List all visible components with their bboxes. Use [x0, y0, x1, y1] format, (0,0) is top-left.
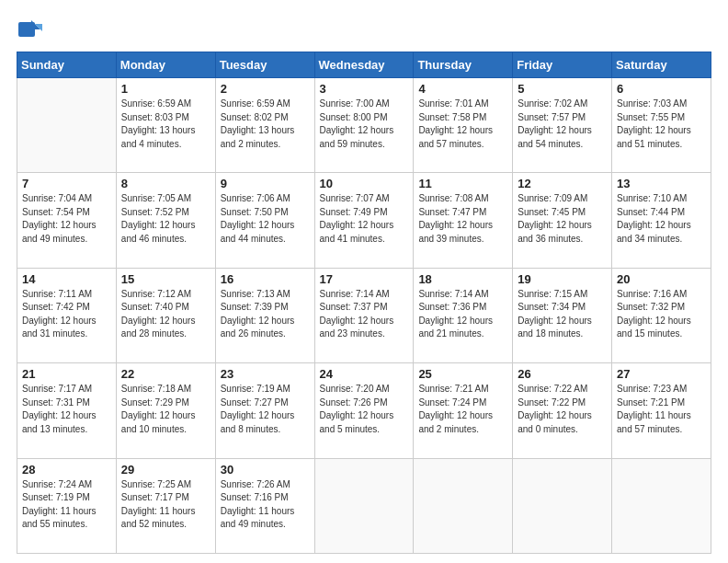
weekday-header-sunday: Sunday: [17, 52, 117, 78]
day-number: 1: [121, 82, 210, 96]
day-info: Sunrise: 7:01 AMSunset: 7:58 PMDaylight:…: [418, 98, 507, 151]
day-info: Sunrise: 7:14 AMSunset: 7:37 PMDaylight:…: [320, 288, 409, 341]
day-info: Sunrise: 7:24 AMSunset: 7:19 PMDaylight:…: [22, 478, 111, 532]
calendar-cell: 23Sunrise: 7:19 AMSunset: 7:27 PMDayligh…: [215, 363, 314, 458]
day-number: 24: [320, 367, 409, 381]
day-info: Sunrise: 7:20 AMSunset: 7:26 PMDaylight:…: [320, 383, 409, 436]
day-number: 23: [221, 367, 310, 381]
logo-icon: [17, 17, 42, 42]
calendar-cell: 9Sunrise: 7:06 AMSunset: 7:50 PMDaylight…: [215, 173, 314, 268]
day-info: Sunrise: 7:17 AMSunset: 7:31 PMDaylight:…: [22, 383, 111, 436]
calendar-cell: [17, 78, 117, 173]
calendar-cell: 26Sunrise: 7:22 AMSunset: 7:22 PMDayligh…: [513, 363, 612, 458]
day-number: 8: [121, 177, 210, 190]
calendar-cell: 25Sunrise: 7:21 AMSunset: 7:24 PMDayligh…: [414, 363, 513, 458]
page-header: [17, 17, 711, 42]
day-info: Sunrise: 7:00 AMSunset: 8:00 PMDaylight:…: [320, 98, 409, 151]
day-number: 27: [617, 367, 706, 381]
day-info: Sunrise: 7:03 AMSunset: 7:55 PMDaylight:…: [617, 98, 706, 151]
calendar-cell: 22Sunrise: 7:18 AMSunset: 7:29 PMDayligh…: [116, 363, 215, 458]
logo: [17, 17, 46, 42]
calendar-cell: 18Sunrise: 7:14 AMSunset: 7:36 PMDayligh…: [414, 268, 513, 362]
calendar: SundayMondayTuesdayWednesdayThursdayFrid…: [17, 52, 711, 554]
day-info: Sunrise: 6:59 AMSunset: 8:03 PMDaylight:…: [121, 98, 210, 151]
day-info: Sunrise: 7:18 AMSunset: 7:29 PMDaylight:…: [121, 383, 210, 436]
weekday-header-friday: Friday: [513, 52, 612, 78]
day-number: 15: [121, 272, 210, 286]
day-info: Sunrise: 7:13 AMSunset: 7:39 PMDaylight:…: [221, 288, 310, 341]
day-info: Sunrise: 7:12 AMSunset: 7:40 PMDaylight:…: [121, 288, 210, 341]
day-number: 11: [418, 177, 507, 190]
day-number: 17: [320, 272, 409, 286]
day-info: Sunrise: 7:07 AMSunset: 7:49 PMDaylight:…: [320, 192, 409, 246]
calendar-week-row: 1Sunrise: 6:59 AMSunset: 8:03 PMDaylight…: [17, 78, 711, 173]
calendar-cell: [414, 458, 513, 553]
calendar-cell: 1Sunrise: 6:59 AMSunset: 8:03 PMDaylight…: [116, 78, 215, 173]
weekday-header-wednesday: Wednesday: [314, 52, 414, 78]
day-number: 16: [221, 272, 310, 286]
calendar-cell: 20Sunrise: 7:16 AMSunset: 7:32 PMDayligh…: [612, 268, 711, 362]
calendar-cell: 21Sunrise: 7:17 AMSunset: 7:31 PMDayligh…: [17, 363, 117, 458]
calendar-cell: 17Sunrise: 7:14 AMSunset: 7:37 PMDayligh…: [314, 268, 414, 362]
calendar-cell: 27Sunrise: 7:23 AMSunset: 7:21 PMDayligh…: [612, 363, 711, 458]
weekday-header-tuesday: Tuesday: [215, 52, 314, 78]
day-info: Sunrise: 7:05 AMSunset: 7:52 PMDaylight:…: [121, 192, 210, 246]
calendar-week-row: 21Sunrise: 7:17 AMSunset: 7:31 PMDayligh…: [17, 363, 711, 458]
calendar-cell: [513, 458, 612, 553]
day-number: 5: [518, 82, 607, 96]
day-info: Sunrise: 7:21 AMSunset: 7:24 PMDaylight:…: [418, 383, 507, 436]
calendar-cell: 2Sunrise: 6:59 AMSunset: 8:02 PMDaylight…: [215, 78, 314, 173]
day-number: 22: [121, 367, 210, 381]
calendar-cell: 12Sunrise: 7:09 AMSunset: 7:45 PMDayligh…: [513, 173, 612, 268]
day-info: Sunrise: 7:22 AMSunset: 7:22 PMDaylight:…: [518, 383, 607, 436]
day-number: 2: [221, 82, 310, 96]
calendar-cell: 7Sunrise: 7:04 AMSunset: 7:54 PMDaylight…: [17, 173, 117, 268]
day-number: 3: [320, 82, 409, 96]
day-number: 28: [22, 463, 111, 477]
calendar-cell: 28Sunrise: 7:24 AMSunset: 7:19 PMDayligh…: [17, 458, 117, 553]
day-number: 4: [418, 82, 507, 96]
day-info: Sunrise: 7:08 AMSunset: 7:47 PMDaylight:…: [418, 192, 507, 246]
calendar-cell: 5Sunrise: 7:02 AMSunset: 7:57 PMDaylight…: [513, 78, 612, 173]
day-info: Sunrise: 7:02 AMSunset: 7:57 PMDaylight:…: [518, 98, 607, 151]
calendar-week-row: 28Sunrise: 7:24 AMSunset: 7:19 PMDayligh…: [17, 458, 711, 553]
day-info: Sunrise: 7:15 AMSunset: 7:34 PMDaylight:…: [518, 288, 607, 341]
day-number: 13: [617, 177, 706, 190]
day-info: Sunrise: 7:06 AMSunset: 7:50 PMDaylight:…: [221, 192, 310, 246]
day-info: Sunrise: 7:14 AMSunset: 7:36 PMDaylight:…: [418, 288, 507, 341]
calendar-cell: 8Sunrise: 7:05 AMSunset: 7:52 PMDaylight…: [116, 173, 215, 268]
day-info: Sunrise: 7:10 AMSunset: 7:44 PMDaylight:…: [617, 192, 706, 246]
day-info: Sunrise: 6:59 AMSunset: 8:02 PMDaylight:…: [221, 98, 310, 151]
calendar-cell: 3Sunrise: 7:00 AMSunset: 8:00 PMDaylight…: [314, 78, 414, 173]
day-number: 7: [22, 177, 111, 190]
day-number: 10: [320, 177, 409, 190]
calendar-cell: 4Sunrise: 7:01 AMSunset: 7:58 PMDaylight…: [414, 78, 513, 173]
weekday-header-monday: Monday: [116, 52, 215, 78]
day-info: Sunrise: 7:04 AMSunset: 7:54 PMDaylight:…: [22, 192, 111, 246]
calendar-cell: 16Sunrise: 7:13 AMSunset: 7:39 PMDayligh…: [215, 268, 314, 362]
day-number: 18: [418, 272, 507, 286]
day-info: Sunrise: 7:23 AMSunset: 7:21 PMDaylight:…: [617, 383, 706, 436]
day-info: Sunrise: 7:25 AMSunset: 7:17 PMDaylight:…: [121, 478, 210, 532]
day-info: Sunrise: 7:11 AMSunset: 7:42 PMDaylight:…: [22, 288, 111, 341]
calendar-cell: 15Sunrise: 7:12 AMSunset: 7:40 PMDayligh…: [116, 268, 215, 362]
day-number: 9: [221, 177, 310, 190]
calendar-cell: 29Sunrise: 7:25 AMSunset: 7:17 PMDayligh…: [116, 458, 215, 553]
day-info: Sunrise: 7:19 AMSunset: 7:27 PMDaylight:…: [221, 383, 310, 436]
calendar-cell: 30Sunrise: 7:26 AMSunset: 7:16 PMDayligh…: [215, 458, 314, 553]
calendar-cell: 6Sunrise: 7:03 AMSunset: 7:55 PMDaylight…: [612, 78, 711, 173]
day-number: 29: [121, 463, 210, 477]
calendar-cell: 11Sunrise: 7:08 AMSunset: 7:47 PMDayligh…: [414, 173, 513, 268]
day-number: 30: [221, 463, 310, 477]
calendar-week-row: 14Sunrise: 7:11 AMSunset: 7:42 PMDayligh…: [17, 268, 711, 362]
calendar-cell: 10Sunrise: 7:07 AMSunset: 7:49 PMDayligh…: [314, 173, 414, 268]
calendar-cell: [612, 458, 711, 553]
day-number: 12: [518, 177, 607, 190]
day-number: 6: [617, 82, 706, 96]
day-number: 25: [418, 367, 507, 381]
calendar-week-row: 7Sunrise: 7:04 AMSunset: 7:54 PMDaylight…: [17, 173, 711, 268]
weekday-header-saturday: Saturday: [612, 52, 711, 78]
day-number: 20: [617, 272, 706, 286]
day-info: Sunrise: 7:26 AMSunset: 7:16 PMDaylight:…: [221, 478, 310, 532]
day-number: 19: [518, 272, 607, 286]
